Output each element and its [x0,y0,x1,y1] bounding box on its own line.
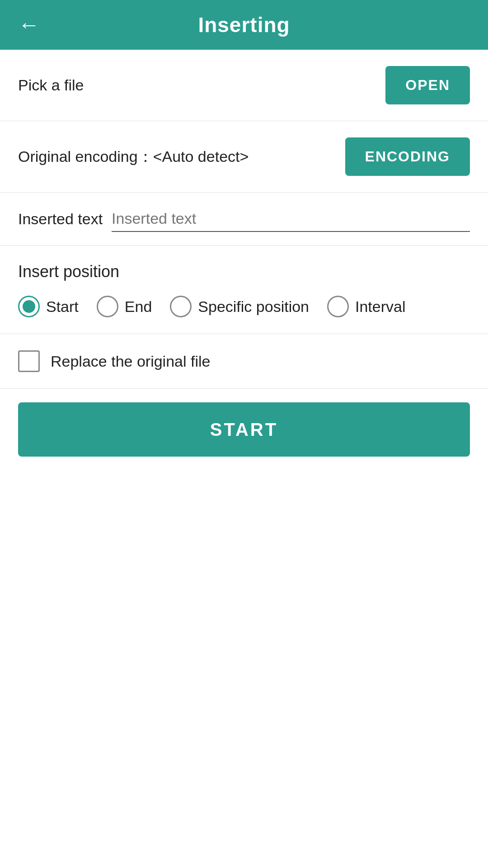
pick-file-label: Pick a file [18,76,84,94]
inserted-text-row: Inserted text [0,193,488,246]
replace-original-row: Replace the original file [0,334,488,389]
radio-start-inner [23,300,35,313]
encoding-label: Original encoding：<Auto detect> [18,146,249,167]
radio-specific-label: Specific position [198,298,309,316]
inserted-text-label: Inserted text [18,210,103,228]
radio-interval-circle [327,296,349,317]
radio-start-label: Start [46,298,79,316]
replace-original-label: Replace the original file [51,353,210,370]
back-button[interactable]: ← [18,14,40,36]
radio-interval-label: Interval [355,298,406,316]
insert-position-title: Insert position [18,262,470,281]
encoding-button[interactable]: ENCODING [345,137,470,176]
app-header: ← Inserting [0,0,488,50]
radio-specific[interactable]: Specific position [170,296,309,317]
radio-end-label: End [125,298,152,316]
encoding-row: Original encoding：<Auto detect> ENCODING [0,121,488,193]
radio-start-circle [18,296,40,317]
radio-end-circle [97,296,118,317]
start-button[interactable]: START [18,402,470,457]
inserted-text-input[interactable] [112,206,470,232]
radio-interval[interactable]: Interval [327,296,406,317]
radio-specific-circle [170,296,192,317]
radio-end[interactable]: End [97,296,152,317]
replace-original-checkbox[interactable] [18,350,40,372]
content-area: Pick a file OPEN Original encoding：<Auto… [0,50,488,470]
pick-file-row: Pick a file OPEN [0,50,488,121]
page-title: Inserting [198,13,290,37]
radio-start[interactable]: Start [18,296,79,317]
start-row: START [0,389,488,470]
radio-group: Start End Specific position Interval [18,296,470,317]
insert-position-section: Insert position Start End Specific posit… [0,246,488,334]
open-button[interactable]: OPEN [385,66,470,104]
